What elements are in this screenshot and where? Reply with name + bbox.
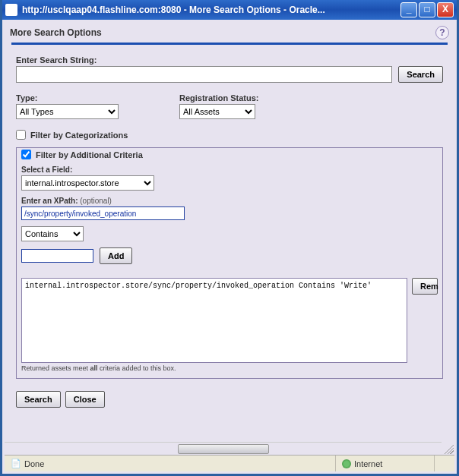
search-string-input[interactable] (16, 66, 392, 83)
status-done-icon: 📄 (11, 459, 21, 468)
add-criteria-button[interactable]: Add (100, 247, 132, 264)
minimize-button[interactable]: _ (400, 2, 417, 17)
criteria-list-wrap: internal.introspector.store/sync/propert… (21, 278, 438, 363)
xpath-input[interactable] (21, 206, 185, 220)
select-field-block: Select a Field: internal.introspector.st… (21, 165, 438, 191)
select-field-label: Select a Field: (21, 165, 438, 174)
criteria-value-input[interactable] (21, 249, 93, 263)
titlebar: http://usclqaap04.flashline.com:8080 - M… (2, 0, 457, 20)
registration-status-label: Registration Status: (179, 93, 259, 102)
maximize-button[interactable]: □ (419, 2, 435, 17)
operator-block: Contains (21, 226, 438, 241)
operator-select[interactable]: Contains (21, 226, 84, 241)
additional-criteria-box: Filter by Additional Criteria Select a F… (16, 147, 443, 379)
xpath-block: Enter an XPath: (optional) (21, 197, 438, 220)
close-window-button[interactable]: X (437, 2, 454, 17)
content-area: More Search Options ? Enter Search Strin… (2, 20, 457, 456)
page-title: More Search Options (10, 27, 102, 38)
main-area: Enter Search String: Search Type: All Ty… (5, 55, 454, 379)
status-bar: 📄 Done Internet (5, 455, 454, 471)
type-filter: Type: All Types (16, 93, 119, 119)
filter-additional-row: Filter by Additional Criteria (21, 150, 438, 159)
status-done: 📄 Done (5, 456, 336, 471)
value-add-row: Add (21, 247, 438, 264)
type-label: Type: (16, 93, 119, 102)
app-icon (5, 4, 17, 16)
scrollbar-thumb[interactable] (178, 444, 269, 454)
criteria-footnote: Returned assets meet all criteria added … (21, 364, 438, 372)
close-button[interactable]: Close (65, 391, 105, 408)
filter-additional-checkbox[interactable] (21, 150, 31, 159)
filters-row: Type: All Types Registration Status: All… (16, 93, 443, 119)
window-controls: _ □ X (400, 2, 454, 17)
status-zone: Internet (336, 456, 435, 471)
browser-window: http://usclqaap04.flashline.com:8080 - M… (0, 0, 459, 476)
select-field-dropdown[interactable]: internal.introspector.store (21, 175, 154, 191)
search-button-bottom[interactable]: Search (16, 391, 61, 408)
bottom-button-row: Search Close (5, 379, 454, 415)
panel-header: More Search Options ? (5, 21, 454, 43)
horizontal-scrollbar[interactable] (5, 442, 442, 455)
filter-additional-label: Filter by Additional Criteria (36, 150, 143, 159)
registration-status-filter: Registration Status: All Assets (179, 93, 259, 119)
filter-categorizations-row: Filter by Categorizations (16, 130, 443, 140)
status-spacer (435, 456, 454, 471)
remove-criteria-button[interactable]: Rem (412, 278, 438, 295)
help-icon[interactable]: ? (435, 26, 449, 39)
window-title: http://usclqaap04.flashline.com:8080 - M… (22, 5, 400, 15)
internet-zone-icon (342, 459, 351, 468)
search-button-top[interactable]: Search (398, 66, 443, 83)
filter-categorizations-label: Filter by Categorizations (30, 131, 128, 140)
type-select[interactable]: All Types (16, 104, 119, 119)
resize-grip-icon[interactable] (442, 442, 454, 454)
search-row: Search (16, 66, 443, 83)
registration-status-select[interactable]: All Assets (179, 104, 255, 119)
filter-categorizations-checkbox[interactable] (16, 130, 26, 140)
search-string-label: Enter Search String: (16, 55, 443, 65)
header-rule (11, 43, 448, 45)
xpath-label: Enter an XPath: (optional) (21, 197, 438, 205)
criteria-list[interactable]: internal.introspector.store/sync/propert… (21, 278, 407, 363)
